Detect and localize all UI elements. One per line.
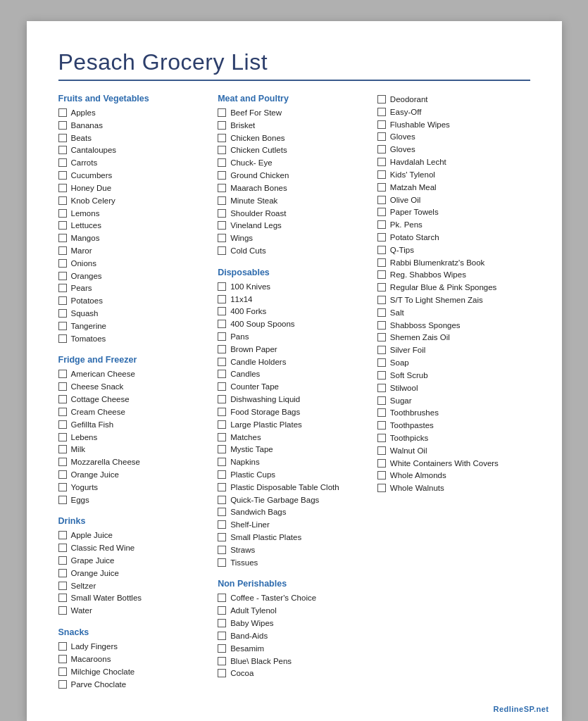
checkbox[interactable] [218,295,226,303]
checkbox[interactable] [218,619,226,627]
checkbox[interactable] [58,322,67,330]
checkbox[interactable] [218,121,226,130]
checkbox[interactable] [377,321,386,330]
checkbox[interactable] [218,533,226,541]
checkbox[interactable] [218,370,226,378]
checkbox[interactable] [58,556,67,565]
checkbox[interactable] [58,496,67,504]
checkbox[interactable] [58,334,67,343]
checkbox[interactable] [377,220,386,229]
checkbox[interactable] [377,196,386,204]
checkbox[interactable] [58,370,67,378]
checkbox[interactable] [58,582,67,590]
checkbox[interactable] [58,221,67,230]
checkbox[interactable] [58,594,67,602]
checkbox[interactable] [218,644,226,653]
checkbox[interactable] [218,606,226,615]
checkbox[interactable] [218,657,226,665]
checkbox[interactable] [218,158,226,167]
checkbox[interactable] [58,121,67,130]
checkbox[interactable] [377,95,386,104]
checkbox[interactable] [218,408,226,416]
checkbox[interactable] [218,146,226,154]
checkbox[interactable] [377,246,386,254]
checkbox[interactable] [58,171,67,180]
checkbox[interactable] [377,446,386,455]
checkbox[interactable] [377,308,386,317]
checkbox[interactable] [377,132,386,141]
checkbox[interactable] [377,434,386,442]
checkbox[interactable] [218,669,226,677]
checkbox[interactable] [58,158,67,167]
checkbox[interactable] [218,358,226,366]
checkbox[interactable] [377,484,386,492]
checkbox[interactable] [377,421,386,430]
checkbox[interactable] [58,259,67,268]
checkbox[interactable] [377,408,386,417]
checkbox[interactable] [58,420,67,429]
checkbox[interactable] [58,655,67,663]
checkbox[interactable] [58,395,67,403]
checkbox[interactable] [218,345,226,353]
checkbox[interactable] [218,209,226,218]
checkbox[interactable] [58,606,67,615]
checkbox[interactable] [58,146,67,154]
checkbox[interactable] [58,246,67,255]
checkbox[interactable] [218,184,226,192]
checkbox[interactable] [218,196,226,205]
checkbox[interactable] [377,270,386,279]
checkbox[interactable] [58,196,67,205]
checkbox[interactable] [218,246,226,255]
checkbox[interactable] [58,408,67,416]
checkbox[interactable] [58,531,67,539]
checkbox[interactable] [218,594,226,602]
checkbox[interactable] [218,558,226,567]
checkbox[interactable] [377,258,386,267]
checkbox[interactable] [377,108,386,116]
checkbox[interactable] [218,382,226,391]
checkbox[interactable] [218,470,226,479]
checkbox[interactable] [218,307,226,315]
checkbox[interactable] [218,395,226,403]
checkbox[interactable] [58,667,67,676]
checkbox[interactable] [218,496,226,504]
checkbox[interactable] [377,471,386,479]
checkbox[interactable] [377,371,386,380]
checkbox[interactable] [218,546,226,554]
checkbox[interactable] [377,459,386,468]
checkbox[interactable] [218,483,226,491]
checkbox[interactable] [58,184,67,192]
checkbox[interactable] [58,272,67,280]
checkbox[interactable] [58,382,67,391]
checkbox[interactable] [58,544,67,552]
checkbox[interactable] [218,433,226,441]
checkbox[interactable] [218,332,226,341]
checkbox[interactable] [377,346,386,354]
checkbox[interactable] [377,208,386,216]
checkbox[interactable] [58,296,67,305]
checkbox[interactable] [58,433,67,441]
checkbox[interactable] [377,283,386,291]
checkbox[interactable] [58,483,67,491]
checkbox[interactable] [218,320,226,328]
checkbox[interactable] [377,396,386,405]
checkbox[interactable] [58,445,67,453]
checkbox[interactable] [377,183,386,192]
checkbox[interactable] [377,158,386,166]
checkbox[interactable] [377,358,386,367]
checkbox[interactable] [58,642,67,651]
checkbox[interactable] [218,508,226,516]
checkbox[interactable] [377,233,386,242]
checkbox[interactable] [218,234,226,242]
checkbox[interactable] [218,420,226,429]
checkbox[interactable] [218,520,226,529]
checkbox[interactable] [218,221,226,230]
checkbox[interactable] [58,458,67,466]
checkbox[interactable] [377,384,386,392]
checkbox[interactable] [58,309,67,318]
checkbox[interactable] [377,296,386,304]
checkbox[interactable] [58,234,67,242]
checkbox[interactable] [58,108,67,117]
checkbox[interactable] [377,120,386,129]
checkbox[interactable] [58,209,67,218]
